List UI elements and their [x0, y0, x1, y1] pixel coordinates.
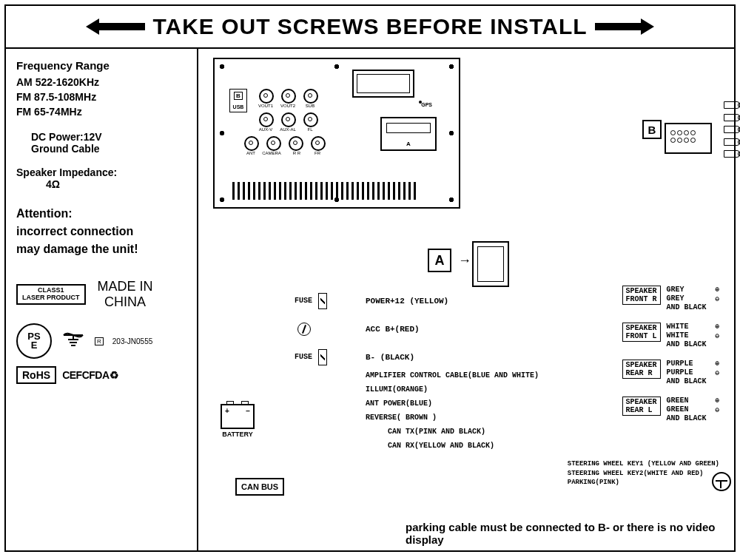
a-label: A [428, 249, 451, 272]
rca-rr [289, 136, 303, 151]
connector-a [380, 117, 437, 151]
rca-sub [303, 89, 318, 104]
wire-power12: POWER+12 (YELLOW) [366, 297, 448, 306]
arrow-right-icon [595, 18, 654, 35]
connector-b-block: B EXTERNAL MIC(BLACK) USB( BLACK) REAR O… [665, 123, 712, 154]
steering-wires: STEERING WHEEL KEY1 (YELLOW AND GREEN) S… [568, 459, 719, 488]
wire-swk2: STEERING WHEEL KEY2(WHITE AND RED) [568, 469, 719, 479]
arrow-left-icon [86, 18, 145, 35]
impedance-value: 4Ω [46, 178, 189, 190]
attention-l1: Attention: [16, 205, 189, 223]
attention-block: Attention: incorrect connection may dama… [16, 205, 189, 258]
rca-ant [244, 136, 259, 151]
r-mark: R [95, 337, 104, 345]
wire-canrx: CAN RX(YELLOW AND BLACK) [388, 442, 494, 450]
connector-a-block: A → [428, 249, 471, 272]
wire-bneg: B- (BLACK) [366, 354, 414, 362]
fuse-icon [318, 293, 327, 309]
rca-camera [266, 136, 281, 151]
r-code: 203-JN0555 [112, 337, 152, 345]
power-wires: FUSEPOWER+12 (YELLOW) ACC B+(RED) FUSEB-… [295, 293, 539, 456]
key-icon [297, 323, 311, 336]
rca-vout2 [281, 89, 296, 104]
cert-marks: CEFCFDA♻ [62, 369, 118, 381]
class1-badge: CLASS1 LASER PRODUCT [16, 284, 86, 305]
steering-wheel-icon [712, 472, 731, 491]
wire-illumi: ILLUMI(ORANGE) [366, 386, 428, 394]
power-label: DC Power:12V [31, 131, 189, 143]
rca-fl [303, 112, 318, 127]
wire-acc: ACC B+(RED) [366, 325, 420, 334]
content: Frequency Range AM 522-1620KHz FM 87.5-1… [6, 49, 734, 550]
header: TAKE OUT SCREWS BEFORE INSTALL [6, 6, 734, 49]
wire-swk1: STEERING WHEEL KEY1 (YELLOW AND GREEN) [568, 459, 719, 469]
ground-symbol-icon [61, 329, 86, 354]
arrow-right-icon: → [458, 253, 471, 268]
a-connector-icon [472, 241, 509, 287]
usb-b-port: B USB [229, 89, 247, 112]
display-slot [352, 70, 414, 98]
svg-marker-1 [595, 18, 654, 35]
rohs-badge: RoHS [16, 366, 56, 384]
rca-auxal [281, 112, 296, 127]
freq-am: AM 522-1620KHz [16, 76, 189, 88]
canbus-box: CAN BUS [235, 478, 284, 496]
pse-badge: PS E [16, 323, 52, 359]
ground-label: Ground Cable [31, 143, 189, 155]
jack-icon [724, 126, 740, 133]
jack-icon [724, 101, 740, 109]
svg-marker-0 [86, 18, 145, 35]
fuse-icon [318, 349, 327, 365]
parking-note: parking cable must be connected to B- or… [406, 521, 734, 546]
speaker-wires: SPEAKERFRONT R GREYGREYAND BLACK ⊕⊖ SPEA… [622, 286, 719, 434]
wiring-diagram: B USB GPS VOUT1 VOUT2 SUB AUX-V [198, 49, 734, 550]
wire-parking: PARKING(PINK) [568, 478, 719, 488]
b-label: B [642, 120, 662, 139]
jack-icon [724, 150, 740, 158]
jack-icon [724, 138, 740, 146]
wire-antpwr: ANT POWER(BLUE) [366, 400, 432, 408]
wire-reverse: REVERSE( BROWN ) [366, 414, 437, 422]
impedance-title: Speaker Impedance: [16, 166, 189, 178]
freq-fm2: FM 65-74MHz [16, 106, 189, 118]
battery-icon: BATTERY [221, 404, 255, 438]
jack-icon [724, 114, 740, 121]
b-wires-list: EXTERNAL MIC(BLACK) USB( BLACK) REAR OUT… [724, 99, 740, 161]
rca-fr [311, 136, 326, 151]
made-in-label: MADE IN CHINA [98, 279, 153, 310]
gps-label: GPS [421, 102, 432, 107]
rca-auxv [259, 112, 274, 127]
freq-fm1: FM 87.5-108MHz [16, 91, 189, 103]
left-spec-panel: Frequency Range AM 522-1620KHz FM 87.5-1… [6, 49, 198, 550]
b-connector-icon [665, 123, 712, 154]
wire-amp: AMPLIFIER CONTROL CABLE(BLUE AND WHITE) [366, 372, 539, 379]
attention-l2: incorrect connection [16, 223, 189, 240]
device-back-panel: B USB GPS VOUT1 VOUT2 SUB AUX-V [213, 58, 460, 209]
wire-cantx: CAN TX(PINK AND BLACK) [388, 428, 485, 436]
attention-l3: may damage the unit! [16, 240, 189, 258]
rca-vout1 [259, 89, 274, 104]
page-frame: TAKE OUT SCREWS BEFORE INSTALL Frequency… [4, 4, 736, 552]
vent-slots [232, 182, 416, 200]
freq-title: Frequency Range [16, 59, 189, 72]
header-title: TAKE OUT SCREWS BEFORE INSTALL [152, 14, 587, 39]
